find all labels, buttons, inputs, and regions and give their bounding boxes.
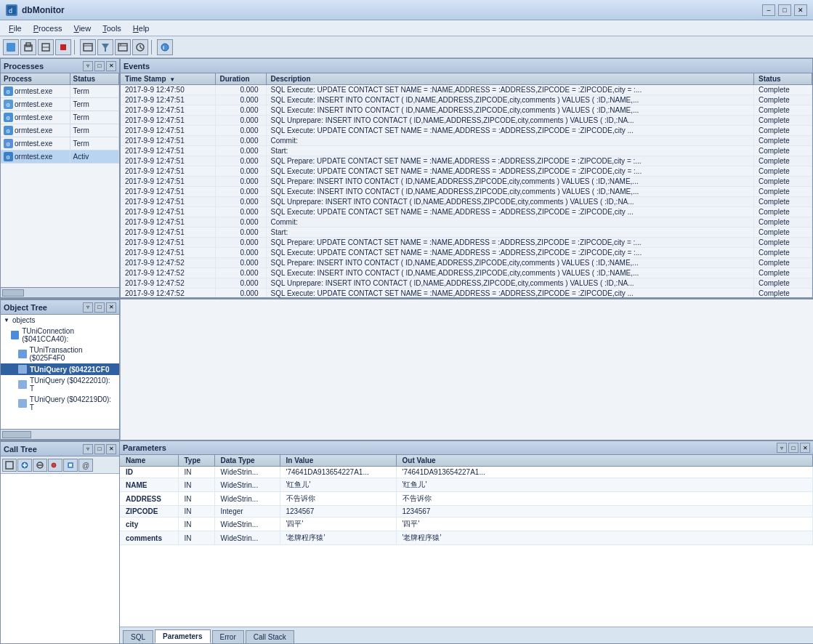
ct-btn-6[interactable]: @ [78, 459, 93, 472]
event-status: Complete [754, 268, 812, 278]
event-row[interactable]: 2017-9-9 12:47:52 0.000 SQL Prepare: INS… [121, 258, 812, 268]
events-col-duration[interactable]: Duration [215, 73, 266, 85]
event-status: Complete [754, 248, 812, 258]
call-tree-pin-btn[interactable]: ▿ [83, 444, 93, 454]
params-col-name: Name [120, 455, 178, 467]
params-pin-btn[interactable]: ▿ [777, 443, 787, 453]
minimize-button[interactable]: – [762, 4, 775, 16]
object-tree-close-btn[interactable]: ✕ [106, 302, 116, 313]
event-row[interactable]: 2017-9-9 12:47:51 0.000 Commit: Complete [121, 136, 812, 146]
param-row: ID IN WideStrin... '74641DA913654227A1..… [120, 467, 813, 478]
event-row[interactable]: 2017-9-9 12:47:51 0.000 SQL Execute: INS… [121, 95, 812, 105]
ct-btn-4[interactable] [48, 459, 62, 472]
tab-sql[interactable]: SQL [123, 630, 153, 643]
event-row[interactable]: 2017-9-9 12:47:51 0.000 SQL Execute: UPD… [121, 126, 812, 136]
event-row[interactable]: 2017-9-9 12:47:51 0.000 SQL Execute: INS… [121, 187, 812, 197]
tree-item-query3[interactable]: TUniQuery ($042219D0): T [1, 394, 119, 413]
tree-item-query2[interactable]: TUniQuery ($04222010): T [1, 375, 119, 394]
menu-view[interactable]: View [68, 23, 97, 34]
event-ts: 2017-9-9 12:47:51 [121, 207, 215, 217]
call-tree-close-btn[interactable]: ✕ [106, 444, 116, 454]
processes-hscroll[interactable] [1, 287, 119, 297]
events-col-timestamp[interactable]: Time Stamp ▼ [121, 73, 215, 85]
object-tree-controls: ▿ □ ✕ [83, 302, 116, 313]
menu-process[interactable]: Process [28, 23, 68, 34]
event-dur: 0.000 [215, 95, 266, 105]
events-col-status[interactable]: Status [754, 73, 812, 85]
tree-item-objects[interactable]: ▼ objects [1, 315, 119, 326]
event-row[interactable]: 2017-9-9 12:47:51 0.000 Start: Complete [121, 228, 812, 238]
event-desc: SQL Execute: INSERT INTO CONTACT ( ID,NA… [266, 268, 754, 278]
tree-item-query1[interactable]: TUniQuery ($04221CF0 [1, 363, 119, 375]
event-row[interactable]: 2017-9-9 12:47:52 0.000 SQL Execute: INS… [121, 268, 812, 278]
params-float-btn[interactable]: □ [788, 443, 798, 453]
call-tree-panel: Call Tree ▿ □ ✕ [0, 441, 120, 644]
event-row[interactable]: 2017-9-9 12:47:51 0.000 SQL Unprepare: I… [121, 197, 812, 207]
event-row[interactable]: 2017-9-9 12:47:51 0.000 SQL Prepare: INS… [121, 177, 812, 187]
event-ts: 2017-9-9 12:47:51 [121, 146, 215, 156]
menu-file[interactable]: File [3, 23, 28, 34]
tab-error[interactable]: Error [212, 630, 244, 643]
object-tree-hscroll[interactable] [1, 429, 119, 439]
call-tree-float-btn[interactable]: □ [94, 444, 105, 454]
maximize-button[interactable]: □ [778, 4, 791, 16]
toolbar-btn-5[interactable] [80, 39, 96, 55]
event-row[interactable]: 2017-9-9 12:47:51 0.000 Commit: Complete [121, 217, 812, 228]
param-inval: '74641DA913654227A1... [280, 467, 396, 478]
event-row[interactable]: 2017-9-9 12:47:51 0.000 SQL Execute: UPD… [121, 207, 812, 217]
processes-float-btn[interactable]: □ [94, 61, 105, 71]
toolbar-btn-1[interactable] [3, 39, 19, 55]
toolbar-btn-filter[interactable] [97, 39, 113, 55]
close-button[interactable]: ✕ [794, 4, 807, 16]
event-desc: SQL Execute: INSERT INTO CONTACT ( ID,NA… [266, 95, 754, 105]
event-row[interactable]: 2017-9-9 12:47:51 0.000 SQL Execute: UPD… [121, 166, 812, 177]
toolbar-btn-3[interactable] [38, 39, 54, 55]
processes-close-btn[interactable]: ✕ [106, 61, 116, 71]
object-tree-float-btn[interactable]: □ [94, 302, 105, 313]
processes-pin-btn[interactable]: ▿ [83, 61, 93, 71]
app-icon: d [6, 4, 17, 16]
process-cell-status: Term [70, 137, 119, 150]
toolbar-btn-9[interactable]: i [157, 39, 173, 55]
menu-help[interactable]: Help [127, 23, 155, 34]
toolbar-btn-7[interactable] [115, 39, 131, 55]
event-row[interactable]: 2017-9-9 12:47:52 0.000 SQL Execute: UPD… [121, 289, 812, 298]
event-row[interactable]: 2017-9-9 12:47:50 0.000 SQL Execute: UPD… [121, 85, 812, 95]
event-ts: 2017-9-9 12:47:51 [121, 95, 215, 105]
tab-callstack[interactable]: Call Stack [246, 630, 294, 643]
params-close-btn[interactable]: ✕ [800, 443, 810, 453]
event-row[interactable]: 2017-9-9 12:47:51 0.000 Start: Complete [121, 146, 812, 156]
ct-btn-3[interactable] [33, 459, 47, 472]
toolbar-btn-stop[interactable] [55, 39, 71, 55]
processes-col-name: Process [1, 73, 70, 85]
ct-btn-1[interactable] [2, 459, 17, 472]
params-panel-header: Parameters ▿ □ ✕ [120, 441, 813, 455]
param-datatype: WideStrin... [214, 518, 280, 531]
tree-item-connection[interactable]: TUniConnection ($041CCA40): [1, 326, 119, 345]
event-row[interactable]: 2017-9-9 12:47:51 0.000 SQL Execute: INS… [121, 105, 812, 116]
menu-tools[interactable]: Tools [97, 23, 127, 34]
ct-btn-5[interactable] [63, 459, 78, 472]
event-dur: 0.000 [215, 85, 266, 95]
tab-parameters[interactable]: Parameters [155, 629, 210, 643]
event-desc: SQL Unprepare: INSERT INTO CONTACT ( ID,… [266, 116, 754, 126]
event-row[interactable]: 2017-9-9 12:47:51 0.000 SQL Prepare: UPD… [121, 238, 812, 248]
toolbar-btn-8[interactable] [132, 39, 148, 55]
event-row[interactable]: 2017-9-9 12:47:51 0.000 SQL Execute: UPD… [121, 248, 812, 258]
param-type: IN [178, 492, 214, 506]
svg-text:⚙: ⚙ [6, 155, 10, 160]
param-name: comments [120, 531, 178, 545]
event-row[interactable]: 2017-9-9 12:47:51 0.000 SQL Unprepare: I… [121, 116, 812, 126]
event-status: Complete [754, 228, 812, 238]
event-row[interactable]: 2017-9-9 12:47:52 0.000 SQL Unprepare: I… [121, 278, 812, 289]
object-tree-content: ▼ objects TUniConnection ($041CCA40): TU… [1, 315, 119, 429]
event-row[interactable]: 2017-9-9 12:47:51 0.000 SQL Prepare: UPD… [121, 156, 812, 166]
tree-item-transaction[interactable]: TUniTransaction ($025F4F0 [1, 345, 119, 363]
event-desc: SQL Execute: UPDATE CONTACT SET NAME = :… [266, 126, 754, 136]
object-tree-pin-btn[interactable]: ▿ [83, 302, 93, 313]
event-desc: SQL Unprepare: INSERT INTO CONTACT ( ID,… [266, 278, 754, 289]
toolbar-btn-2[interactable] [20, 39, 36, 55]
ct-btn-2[interactable] [17, 459, 32, 472]
events-col-desc[interactable]: Description [266, 73, 754, 85]
call-tree-controls: ▿ □ ✕ [83, 444, 116, 454]
